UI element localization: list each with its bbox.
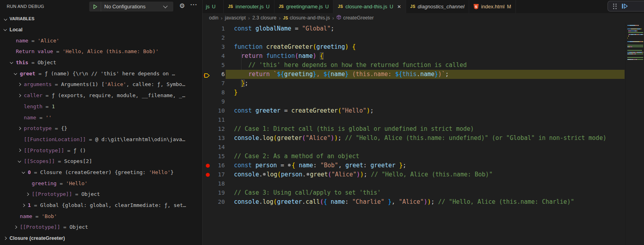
chevron-right-icon[interactable]: [20, 200, 27, 211]
code-line: 3function createGreeter(greeting) {: [203, 42, 644, 52]
equals-sign: =: [42, 103, 52, 109]
variable-row[interactable]: Return value = 'Hello, Alice (this.name:…: [0, 46, 202, 57]
breakpoint-icon[interactable]: [206, 164, 210, 168]
breadcrumb-item[interactable]: odin: [209, 15, 218, 21]
minimap-token: [636, 34, 639, 35]
debug-toolbar: [608, 1, 644, 11]
chevron-right-icon[interactable]: [16, 90, 23, 101]
current-line-arrow-icon[interactable]: [203, 72, 211, 81]
code-token: ${: [324, 71, 331, 78]
variable-row[interactable]: name = '': [0, 112, 202, 123]
chevron-down-icon[interactable]: [2, 15, 9, 24]
minimap-line: [627, 45, 643, 46]
code-token: :: [345, 198, 352, 205]
close-icon[interactable]: ✕: [397, 4, 401, 10]
equals-sign: =: [31, 169, 40, 175]
equals-sign: =: [86, 136, 95, 142]
variable-value: Object: [81, 191, 100, 197]
editor-tab[interactable]: JSdiagnostics_channel: [406, 0, 470, 13]
chevron-down-icon[interactable]: [2, 24, 8, 35]
scope-section-row[interactable]: Closure (createGreeter): [0, 233, 202, 244]
variable-name: greet: [20, 71, 35, 77]
minimap-line: [627, 27, 643, 28]
git-status-badge: U: [325, 4, 329, 10]
variable-row[interactable]: [[Prototype]] = Object: [0, 222, 202, 233]
code-token: log: [263, 134, 273, 142]
chevron-down-icon[interactable]: [16, 156, 23, 167]
variable-name: greeting: [32, 180, 57, 186]
gear-icon[interactable]: ⚙: [179, 2, 185, 10]
variable-row[interactable]: 1 = Global {global: global, clearImmedia…: [0, 200, 202, 211]
chevron-down-icon[interactable]: [12, 68, 19, 79]
code-token: name: [420, 71, 435, 78]
code-token: person: [281, 171, 302, 178]
variables-section-header[interactable]: VARIABLES: [0, 15, 202, 24]
variable-row[interactable]: caller = ƒ (exports, require, module, __…: [0, 90, 202, 101]
breadcrumb-separator: ›: [279, 15, 280, 21]
breakpoint-icon[interactable]: [206, 173, 210, 177]
editor-tab[interactable]: JSinnerouter.jsU: [224, 0, 274, 13]
scope-section-row[interactable]: Local: [0, 24, 202, 35]
code-token: }: [241, 80, 245, 87]
inline-breakpoint-dot[interactable]: [288, 164, 291, 167]
more-actions-icon[interactable]: ···: [190, 1, 197, 8]
variable-row[interactable]: length = 1: [0, 101, 202, 112]
chevron-right-icon[interactable]: [2, 233, 8, 244]
minimap[interactable]: [625, 23, 644, 245]
chevron-down-icon[interactable]: [8, 57, 15, 68]
variable-value: 'Alice': [105, 81, 126, 87]
editor-tab[interactable]: JSclosure-and-this.jsU✕: [334, 0, 406, 13]
minimap-token: [630, 41, 632, 42]
chevron-right-icon[interactable]: [24, 189, 31, 200]
chevron-right-icon[interactable]: [16, 79, 23, 90]
breadcrumb-item[interactable]: javascript: [225, 15, 246, 21]
continue-icon[interactable]: [621, 3, 628, 9]
code-text: console.log(greeter.call({ name: "Charli…: [234, 197, 574, 207]
chevron-right-icon[interactable]: [16, 123, 23, 134]
variable-row[interactable]: greeting = 'Hello': [0, 178, 202, 189]
variable-row[interactable]: name = 'Bob': [0, 211, 202, 222]
editor-tab[interactable]: JSgreetingname.jsU: [274, 0, 334, 13]
chevron-right-icon[interactable]: [16, 145, 23, 156]
code-token: globalName: [255, 25, 291, 32]
breadcrumb-item[interactable]: 2.3 closure: [252, 15, 276, 21]
code-token: log: [266, 171, 277, 178]
variable-row[interactable]: [[Prototype]] = Object: [0, 189, 202, 200]
variable-row[interactable]: greet = ƒ (name) {\r\n // 'this' here de…: [0, 68, 202, 79]
chevron-down-icon[interactable]: [20, 167, 27, 178]
inline-breakpoint-dot[interactable]: [307, 173, 309, 176]
gripper-icon[interactable]: [613, 4, 617, 9]
variable-row[interactable]: 0 = Closure (createGreeter) {greeting: '…: [0, 167, 202, 178]
variable-row[interactable]: [[FunctionLocation]] = @ d:\git\learnhtm…: [0, 134, 202, 145]
minimap-line: [627, 38, 643, 38]
inline-breakpoint-dot[interactable]: [263, 173, 266, 176]
minimap-line: [627, 41, 643, 42]
minimap-token: [635, 25, 638, 26]
debug-config-label: No Configurations: [104, 4, 164, 10]
git-status-badge: U: [266, 4, 270, 10]
minimap-line: [627, 46, 643, 47]
code-token: name: [331, 71, 345, 78]
variable-row[interactable]: prototype = {}: [0, 123, 202, 134]
variable-row[interactable]: [[Scopes]] = Scopes[2]: [0, 156, 202, 167]
variable-row[interactable]: this = Object: [0, 57, 202, 68]
variable-value: 'Hello': [149, 169, 171, 175]
variable-row[interactable]: arguments = Arguments(1) ['Alice', calle…: [0, 79, 202, 90]
tab-label: index.html: [481, 4, 504, 10]
editor-tab[interactable]: 5index.htmlM: [469, 0, 516, 13]
code-area[interactable]: 1const globalName = "Global";23function …: [203, 23, 644, 245]
code-line: 13console.log(greeter("Alice")); // "Hel…: [203, 134, 644, 143]
variable-row[interactable]: name = 'Alice': [0, 35, 202, 46]
chevron-right-icon[interactable]: [12, 222, 19, 233]
breadcrumb-item[interactable]: JSclosure-and-this.js: [283, 15, 330, 21]
equals-sign: =: [31, 202, 40, 208]
start-debugging-button[interactable]: [89, 2, 101, 11]
line-number: 8: [208, 88, 225, 97]
breadcrumb-item[interactable]: createGreeter: [336, 15, 374, 21]
minimap-token: [627, 50, 642, 51]
debug-config-dropdown[interactable]: No Configurations: [101, 2, 173, 11]
editor-tab[interactable]: jsU: [203, 0, 224, 13]
code-line: 14: [203, 143, 644, 152]
run-and-debug-sidebar: RUN AND DEBUG No Configurations ⚙ ··· VA…: [0, 0, 203, 245]
variable-row[interactable]: [[Prototype]] = ƒ (): [0, 145, 202, 156]
